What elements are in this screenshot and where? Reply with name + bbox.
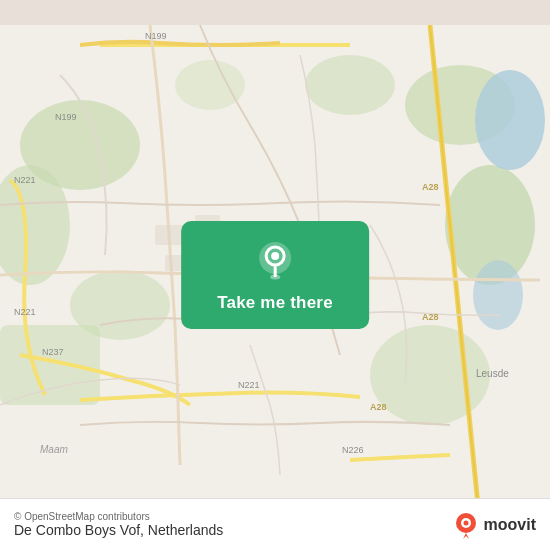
svg-text:N237: N237 [42, 347, 64, 357]
svg-point-11 [473, 260, 523, 330]
svg-point-8 [305, 55, 395, 115]
osm-attribution: © OpenStreetMap contributors [14, 511, 223, 522]
cta-card: Take me there [181, 221, 369, 329]
svg-text:N221: N221 [238, 380, 260, 390]
bottom-bar: © OpenStreetMap contributors De Combo Bo… [0, 498, 550, 550]
bottom-left: © OpenStreetMap contributors De Combo Bo… [14, 511, 223, 538]
svg-point-9 [175, 60, 245, 110]
svg-text:N226: N226 [342, 445, 364, 455]
location-pin-icon [253, 239, 297, 283]
svg-text:A28: A28 [422, 312, 439, 322]
svg-rect-4 [0, 325, 100, 405]
svg-text:A28: A28 [422, 182, 439, 192]
svg-text:N221: N221 [14, 175, 36, 185]
map-container: N199 N199 N221 N221 N221 N237 A28 A28 A2… [0, 0, 550, 550]
moovit-brand-label: moovit [484, 516, 536, 534]
svg-text:A28: A28 [370, 402, 387, 412]
svg-point-38 [271, 252, 279, 260]
svg-point-42 [463, 520, 468, 525]
svg-text:N199: N199 [55, 112, 77, 122]
svg-text:N199: N199 [145, 31, 167, 41]
svg-text:N221: N221 [14, 307, 36, 317]
moovit-icon [452, 511, 480, 539]
svg-point-39 [270, 275, 280, 280]
cta-overlay: Take me there [181, 221, 369, 329]
take-me-there-button[interactable]: Take me there [217, 293, 333, 313]
svg-point-10 [475, 70, 545, 170]
svg-text:Leusde: Leusde [476, 368, 509, 379]
location-label: De Combo Boys Vof, Netherlands [14, 522, 223, 538]
svg-point-7 [370, 325, 490, 425]
svg-text:Maam: Maam [40, 444, 68, 455]
moovit-logo: moovit [452, 511, 536, 539]
